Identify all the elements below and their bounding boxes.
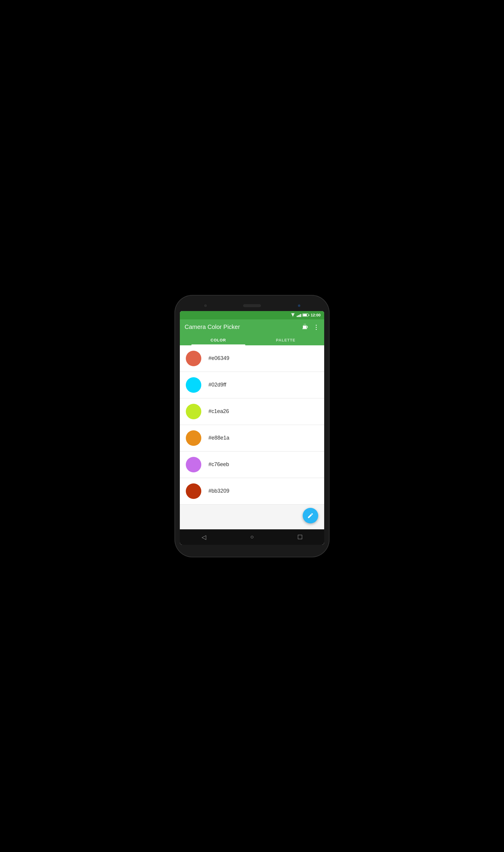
app-title: Camera Color Picker xyxy=(185,324,240,330)
phone-top-bar xyxy=(180,300,324,311)
color-swatch xyxy=(186,351,201,366)
svg-rect-0 xyxy=(303,325,307,328)
more-options-icon[interactable]: ⋮ xyxy=(313,324,319,331)
color-swatch xyxy=(186,457,201,472)
list-item[interactable]: #c1ea26 xyxy=(180,398,324,425)
wifi-icon xyxy=(290,313,295,317)
color-hex-value: #c1ea26 xyxy=(209,408,229,415)
battery-fill xyxy=(303,314,307,316)
phone-screen: 12:00 Camera Color Picker xyxy=(180,311,324,545)
phone-device: 12:00 Camera Color Picker xyxy=(175,295,329,557)
home-button[interactable]: ○ xyxy=(246,531,258,543)
color-swatch xyxy=(186,404,201,419)
tab-palette[interactable]: PALETTE xyxy=(252,335,319,345)
app-bar: Camera Color Picker xyxy=(180,320,324,345)
color-swatch xyxy=(186,377,201,393)
tab-bar: COLOR PALETTE xyxy=(185,335,319,345)
color-swatch xyxy=(186,430,201,446)
status-icons: 12:00 xyxy=(290,313,321,317)
color-hex-value: #e88e1a xyxy=(209,435,229,441)
tab-color[interactable]: COLOR xyxy=(185,335,252,345)
sensor xyxy=(298,305,300,307)
color-swatch xyxy=(186,484,201,499)
list-item[interactable]: #bb3209 xyxy=(180,478,324,505)
color-hex-value: #c76eeb xyxy=(209,461,229,468)
front-camera xyxy=(204,304,207,307)
nav-bar: ◁ ○ ☐ xyxy=(180,529,324,545)
phone-bottom-bar xyxy=(180,545,324,552)
battery-icon xyxy=(302,313,308,317)
app-bar-top: Camera Color Picker xyxy=(185,324,319,331)
edit-fab-button[interactable] xyxy=(303,508,318,523)
color-hex-value: #02d9ff xyxy=(209,382,226,388)
list-item[interactable]: #02d9ff xyxy=(180,372,324,398)
list-item[interactable]: #e88e1a xyxy=(180,425,324,452)
pencil-icon xyxy=(307,512,314,519)
status-bar: 12:00 xyxy=(180,311,324,320)
svg-rect-1 xyxy=(302,328,307,329)
color-list: #e06349 #02d9ff #c1ea26 #e88e1a #c76eeb xyxy=(180,345,324,529)
back-button[interactable]: ◁ xyxy=(198,531,210,543)
list-item[interactable]: #c76eeb xyxy=(180,452,324,478)
color-hex-value: #bb3209 xyxy=(209,488,229,494)
earpiece-speaker xyxy=(243,304,261,307)
status-time: 12:00 xyxy=(311,313,321,317)
list-item[interactable]: #e06349 xyxy=(180,345,324,372)
signal-icon xyxy=(297,313,301,317)
coffee-icon[interactable] xyxy=(302,324,308,330)
app-bar-actions: ⋮ xyxy=(302,324,319,331)
color-hex-value: #e06349 xyxy=(209,355,229,361)
recents-button[interactable]: ☐ xyxy=(294,531,306,543)
